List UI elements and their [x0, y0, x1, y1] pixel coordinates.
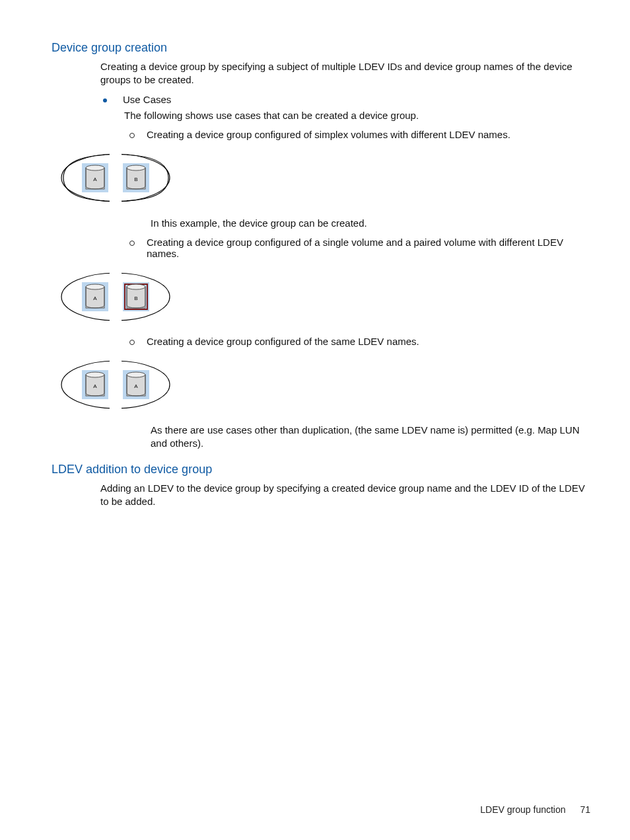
figure-case2: A B [52, 267, 590, 326]
svg-point-25 [86, 372, 104, 377]
case1-note: In this example, the device group can be… [151, 217, 590, 230]
footer-page-number: 71 [580, 804, 590, 815]
svg-point-1 [61, 154, 170, 202]
case2-row: Creating a device group configured of a … [129, 237, 590, 259]
svg-point-19 [127, 284, 145, 289]
case2-vol-b: B [134, 295, 137, 301]
figure-case3: A A [52, 355, 590, 414]
open-circle-icon [129, 340, 135, 345]
svg-point-6 [86, 165, 104, 171]
bullet-dot-icon [103, 98, 107, 102]
case2-vol-a: A [93, 295, 97, 301]
case1-text: Creating a device group configured of si… [147, 129, 510, 140]
case1-vol-a: A [93, 176, 97, 182]
section1-intro: Creating a device group by specifying a … [100, 60, 590, 87]
bullet-use-cases: Use Cases [103, 94, 590, 105]
section2-intro: Adding an LDEV to the device group by sp… [100, 482, 590, 509]
use-cases-text: The following shows use cases that can b… [124, 109, 590, 122]
figure-case1: A B [52, 148, 590, 208]
svg-point-28 [127, 372, 145, 377]
page-footer: LDEV group function 71 [480, 804, 590, 815]
svg-point-20 [61, 361, 170, 408]
document-page: Device group creation Creating a device … [0, 0, 630, 840]
svg-point-9 [127, 165, 145, 171]
footer-label: LDEV group function [480, 804, 565, 815]
case2-text: Creating a device group configured of a … [147, 237, 590, 259]
case3-text: Creating a device group configured of th… [147, 336, 419, 347]
case3-vol-a: A [93, 383, 97, 389]
svg-point-15 [86, 284, 104, 289]
section-heading-ldev-addition: LDEV addition to device group [52, 463, 590, 477]
case3-row: Creating a device group configured of th… [129, 336, 590, 347]
case1-vol-b: B [134, 176, 137, 182]
section-heading-device-group-creation: Device group creation [52, 41, 590, 55]
svg-point-10 [61, 273, 170, 321]
open-circle-icon [129, 133, 135, 138]
case1-row: Creating a device group configured of si… [129, 129, 590, 140]
use-cases-label: Use Cases [123, 94, 171, 105]
case3-note: As there are use cases other than duplic… [151, 424, 590, 451]
open-circle-icon [129, 241, 135, 246]
case3-vol-b: A [134, 383, 138, 389]
